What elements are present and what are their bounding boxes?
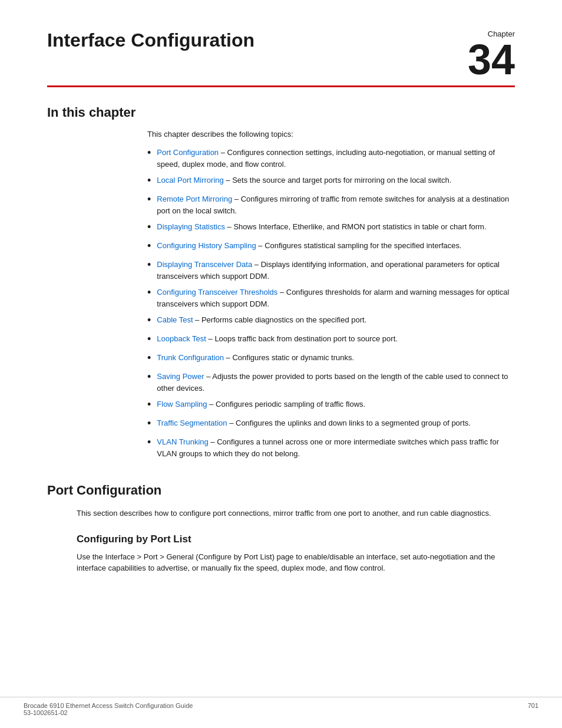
- topics-list: •Port Configuration – Configures connect…: [147, 147, 515, 459]
- list-item: •Configuring Transceiver Thresholds – Co…: [147, 286, 515, 309]
- bullet-dot: •: [147, 434, 151, 450]
- list-item-text: Displaying Transceiver Data – Displays i…: [157, 259, 515, 282]
- list-item: •Trunk Configuration – Configures static…: [147, 352, 515, 366]
- port-configuration-heading: Port Configuration: [47, 483, 515, 498]
- list-item: •Loopback Test – Loops traffic back from…: [147, 333, 515, 347]
- topic-description-9: – Configures static or dynamic trunks.: [224, 353, 354, 362]
- red-rule: [47, 85, 515, 87]
- in-this-chapter-section: In this chapter This chapter describes t…: [47, 105, 515, 459]
- list-item-text: Configuring Transceiver Thresholds – Con…: [157, 286, 515, 309]
- list-item: •Traffic Segmentation – Configures the u…: [147, 417, 515, 431]
- bullet-dot: •: [147, 397, 151, 413]
- bullet-dot: •: [147, 350, 151, 366]
- list-item-text: Configuring History Sampling – Configure…: [157, 240, 461, 252]
- bullet-dot: •: [147, 285, 151, 301]
- intro-text: This chapter describes the following top…: [147, 130, 515, 139]
- list-item-text: Port Configuration – Configures connecti…: [157, 147, 515, 170]
- topic-link-1[interactable]: Local Port Mirroring: [157, 176, 223, 185]
- port-configuration-body: This section describes how to configure …: [77, 508, 515, 519]
- list-item: •Flow Sampling – Configures periodic sam…: [147, 398, 515, 413]
- topic-description-11: – Configures periodic sampling of traffi…: [207, 400, 366, 409]
- port-configuration-section: Port Configuration This section describe…: [47, 483, 515, 574]
- topic-description-1: – Sets the source and target ports for m…: [224, 176, 452, 185]
- list-item-text: Cable Test – Performs cable diagnostics …: [157, 314, 366, 326]
- in-this-chapter-heading: In this chapter: [47, 105, 515, 120]
- bullet-dot: •: [147, 312, 151, 328]
- topic-link-4[interactable]: Configuring History Sampling: [157, 241, 256, 250]
- list-item: •Local Port Mirroring – Sets the source …: [147, 174, 515, 189]
- topic-link-2[interactable]: Remote Port Mirroring: [157, 195, 232, 203]
- topic-link-9[interactable]: Trunk Configuration: [157, 353, 224, 362]
- list-item: •Port Configuration – Configures connect…: [147, 147, 515, 170]
- list-item-text: Loopback Test – Loops traffic back from …: [157, 333, 398, 345]
- bullet-dot: •: [147, 331, 151, 347]
- chapter-number: 34: [468, 38, 515, 81]
- topic-description-13: – Configures a tunnel across one or more…: [157, 437, 499, 458]
- page-footer: Brocade 6910 Ethernet Access Switch Conf…: [0, 697, 562, 716]
- bullet-dot: •: [147, 238, 151, 254]
- page-title-area: Interface Configuration: [47, 24, 254, 51]
- topic-link-3[interactable]: Displaying Statistics: [157, 222, 225, 231]
- topic-link-12[interactable]: Traffic Segmentation: [157, 419, 227, 427]
- list-item: •Displaying Statistics – Shows Interface…: [147, 221, 515, 235]
- footer-right: 701: [528, 702, 538, 716]
- list-item-text: Displaying Statistics – Shows Interface,…: [157, 221, 486, 233]
- topic-link-10[interactable]: Saving Power: [157, 372, 204, 381]
- footer-left: Brocade 6910 Ethernet Access Switch Conf…: [24, 702, 193, 716]
- list-item-text: Local Port Mirroring – Sets the source a…: [157, 174, 451, 186]
- chapter-header: Interface Configuration Chapter 34: [47, 24, 515, 81]
- list-item: •VLAN Trunking – Configures a tunnel acr…: [147, 436, 515, 459]
- bullet-dot: •: [147, 219, 151, 235]
- list-item: •Configuring History Sampling – Configur…: [147, 240, 515, 254]
- list-item-text: Trunk Configuration – Configures static …: [157, 352, 354, 364]
- configuring-by-port-list-body: Use the Interface > Port > General (Conf…: [77, 551, 515, 574]
- topic-description-3: – Shows Interface, Etherlike, and RMON p…: [225, 222, 487, 231]
- bullet-dot: •: [147, 192, 151, 207]
- bullet-dot: •: [147, 145, 151, 161]
- topic-description-8: – Loops traffic back from destination po…: [206, 334, 398, 343]
- topic-description-4: – Configures statistical sampling for th…: [256, 241, 462, 250]
- bullet-dot: •: [147, 369, 151, 385]
- topic-link-0[interactable]: Port Configuration: [157, 148, 219, 157]
- topic-link-8[interactable]: Loopback Test: [157, 334, 206, 343]
- bullet-dot: •: [147, 257, 151, 273]
- list-item-text: Traffic Segmentation – Configures the up…: [157, 417, 471, 429]
- configuring-by-port-list-heading: Configuring by Port List: [77, 533, 515, 545]
- page-title: Interface Configuration: [47, 29, 254, 51]
- topic-link-6[interactable]: Configuring Transceiver Thresholds: [157, 288, 277, 297]
- list-item-text: Flow Sampling – Configures periodic samp…: [157, 398, 365, 410]
- chapter-right: Chapter 34: [468, 24, 515, 81]
- topic-description-7: – Performs cable diagnostics on the spec…: [193, 315, 367, 324]
- topic-link-13[interactable]: VLAN Trunking: [157, 437, 208, 446]
- bullet-dot: •: [147, 173, 151, 189]
- list-item-text: Saving Power – Adjusts the power provide…: [157, 371, 515, 394]
- topic-description-12: – Configures the uplinks and down links …: [227, 419, 471, 427]
- list-item-text: Remote Port Mirroring – Configures mirro…: [157, 193, 515, 216]
- topic-link-5[interactable]: Displaying Transceiver Data: [157, 260, 252, 269]
- list-item: •Displaying Transceiver Data – Displays …: [147, 259, 515, 282]
- list-item: •Saving Power – Adjusts the power provid…: [147, 371, 515, 394]
- topic-description-10: – Adjusts the power provided to ports ba…: [157, 372, 508, 393]
- bullet-dot: •: [147, 416, 151, 431]
- topic-link-7[interactable]: Cable Test: [157, 315, 193, 324]
- list-item-text: VLAN Trunking – Configures a tunnel acro…: [157, 436, 515, 459]
- list-item: •Cable Test – Performs cable diagnostics…: [147, 314, 515, 328]
- topic-link-11[interactable]: Flow Sampling: [157, 400, 207, 409]
- list-item: •Remote Port Mirroring – Configures mirr…: [147, 193, 515, 216]
